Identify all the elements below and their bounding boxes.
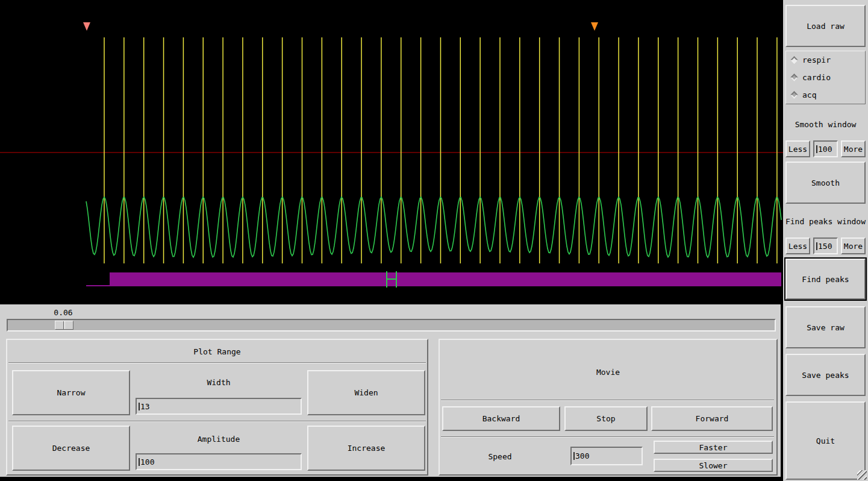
peaks-band (110, 272, 781, 286)
amplitude-entry[interactable]: 100 (136, 453, 302, 470)
widen-button[interactable]: Widen (307, 370, 425, 415)
quit-button[interactable]: Quit (785, 401, 866, 480)
save-raw-button[interactable]: Save raw (785, 306, 866, 348)
position-scale-handle[interactable] (55, 321, 73, 330)
width-entry-value: 13 (140, 402, 150, 411)
speed-label: Speed (458, 451, 542, 461)
width-label: Width (136, 377, 302, 387)
respiration-wave (86, 197, 781, 257)
find-peaks-window-value: 150 (818, 242, 832, 251)
band-tail (86, 285, 111, 286)
amplitude-entry-cursor (139, 458, 140, 466)
smooth-window-entry[interactable]: 100 (813, 140, 838, 157)
radio-cardio-label: cardio (802, 73, 831, 82)
movie-separator-1 (441, 400, 774, 401)
radio-respir-diamond-icon (790, 56, 798, 64)
smooth-entry-cursor (816, 145, 817, 153)
peaks-more-button[interactable]: More (841, 237, 866, 254)
movie-title: Movie (440, 367, 776, 377)
scale-handle-ridge (63, 321, 65, 329)
radio-respir[interactable]: respir (786, 51, 865, 69)
find-peaks-window-entry[interactable]: 150 (813, 237, 838, 254)
increase-button[interactable]: Increase (307, 426, 425, 471)
forward-button[interactable]: Forward (651, 406, 773, 431)
smooth-more-button[interactable]: More (841, 140, 866, 157)
amplitude-label: Amplitude (136, 434, 302, 444)
plot-range-separator-2 (8, 421, 426, 422)
position-scale-trough[interactable] (7, 319, 776, 332)
movie-frame: Movie Backward Stop Forward Speed 300 Fa… (439, 339, 778, 476)
slower-button[interactable]: Slower (654, 459, 773, 472)
plot-range-frame: Plot Range Narrow Width 13 Widen Decreas… (6, 339, 428, 476)
find-peaks-button[interactable]: Find peaks (785, 259, 866, 300)
find-peaks-window-label: Find peaks window (783, 216, 868, 226)
radio-acq-diamond-icon (790, 91, 798, 99)
radio-respir-label: respir (802, 55, 831, 64)
peaks-less-button[interactable]: Less (785, 237, 810, 254)
find-peaks-default-ring: Find peaks (784, 257, 867, 301)
amplitude-entry-value: 100 (140, 457, 154, 467)
speed-entry-cursor (573, 452, 575, 460)
app-window: 0.06 Plot Range Narrow Width 13 Widen De… (0, 0, 868, 481)
speed-entry-value: 300 (575, 451, 589, 461)
bottom-panel: 0.06 Plot Range Narrow Width 13 Widen De… (0, 304, 781, 477)
width-entry[interactable]: 13 (136, 398, 302, 415)
signal-plot-canvas[interactable] (0, 0, 783, 304)
width-entry-cursor (139, 403, 140, 410)
radio-acq[interactable]: acq (786, 86, 865, 104)
speed-entry[interactable]: 300 (570, 447, 643, 465)
faster-button[interactable]: Faster (654, 441, 773, 454)
resize-grip[interactable] (857, 470, 867, 480)
salmon-position-marker-icon[interactable] (83, 22, 90, 31)
sidebar-panel: Load raw respir cardio acq Smooth window… (783, 0, 868, 481)
smooth-button[interactable]: Smooth (785, 162, 866, 204)
smooth-window-value: 100 (818, 145, 832, 154)
channel-radio-group: respir cardio acq (785, 51, 866, 104)
orange-position-marker-icon[interactable] (591, 22, 598, 31)
stop-button[interactable]: Stop (564, 406, 648, 431)
backward-button[interactable]: Backward (442, 406, 560, 431)
radio-cardio-diamond-icon (790, 74, 798, 81)
scale-value-label: 0.06 (44, 307, 83, 317)
radio-cardio[interactable]: cardio (786, 69, 865, 86)
save-peaks-button[interactable]: Save peaks (785, 354, 866, 396)
peaks-entry-cursor (816, 242, 817, 250)
decrease-button[interactable]: Decrease (12, 426, 130, 471)
radio-acq-label: acq (802, 90, 816, 99)
plot-range-separator-1 (8, 362, 426, 363)
smooth-window-label: Smooth window (783, 119, 868, 129)
narrow-button[interactable]: Narrow (12, 370, 130, 415)
smooth-less-button[interactable]: Less (785, 140, 810, 157)
load-raw-button[interactable]: Load raw (785, 5, 866, 47)
movie-separator-2 (441, 436, 774, 438)
plot-range-title: Plot Range (7, 347, 427, 356)
